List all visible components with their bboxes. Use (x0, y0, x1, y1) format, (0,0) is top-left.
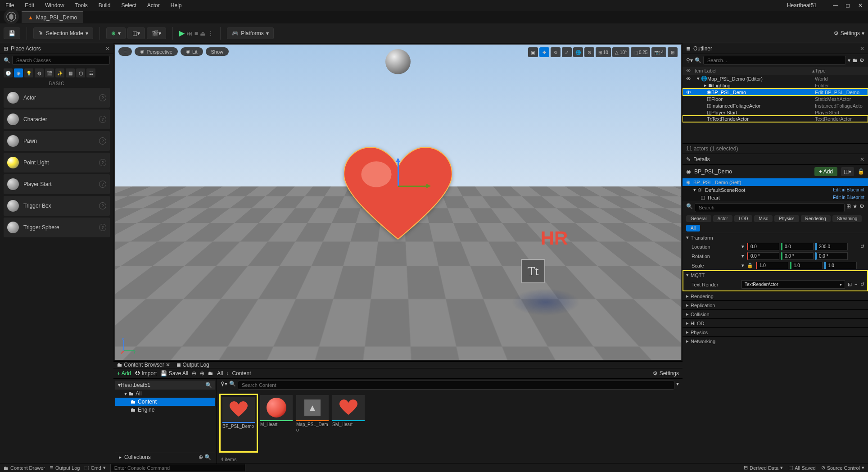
outliner-row-foliage[interactable]: ◫ InstancedFoliageActorInstancedFoliageA… (683, 102, 868, 109)
filter-misc[interactable]: Misc (754, 215, 773, 222)
rendering-section[interactable]: ▸ Rendering (683, 292, 868, 300)
asset-m-heart[interactable]: M_Heart (260, 395, 293, 451)
selection-mode-dropdown[interactable]: 🖰 Selection Mode ▾ (33, 27, 93, 39)
all-saved-button[interactable]: ⬚ All Saved (788, 465, 815, 471)
col-type[interactable]: Type (815, 68, 864, 74)
help-icon[interactable]: ? (99, 224, 106, 231)
content-drawer-button[interactable]: 🖿 Content Drawer (4, 465, 45, 471)
geometry-icon[interactable]: ▦ (66, 68, 75, 77)
volumes-icon[interactable]: ▢ (76, 68, 85, 77)
angle-snap-toggle[interactable]: △ 10° (612, 47, 629, 57)
component-heart[interactable]: ◫ HeartEdit in Blueprint (683, 194, 868, 201)
location-z[interactable] (815, 243, 848, 250)
chevron-down-icon[interactable]: ▾ (741, 244, 744, 250)
filter-general[interactable]: General (686, 215, 711, 222)
recent-icon[interactable]: 🕐 (4, 68, 13, 77)
lock-icon[interactable]: 🔓 (858, 168, 864, 175)
browse-icon[interactable]: ⊡ (848, 281, 852, 287)
console-input[interactable] (110, 464, 245, 472)
reset-icon[interactable]: ↺ (860, 281, 864, 287)
perspective-dropdown[interactable]: ◉Perspective (135, 47, 177, 56)
actor-item-character[interactable]: Character? (4, 109, 110, 129)
lock-icon[interactable]: 🔒 (747, 263, 753, 268)
asset-bp-psl-demo[interactable]: BP_PSL_Demo (221, 395, 257, 451)
grid-snap-toggle[interactable]: ⊞ 10 (596, 47, 611, 57)
networking-section[interactable]: ▸ Networking (683, 337, 868, 345)
asset-sm-heart[interactable]: SM_Heart (332, 395, 365, 451)
place-actors-tab[interactable]: ⊞ Place Actors ✕ (0, 43, 113, 54)
gear-icon[interactable]: ⚙ (859, 57, 864, 64)
derived-data-button[interactable]: ⊟ Derived Data ▾ (744, 465, 783, 471)
outliner-row-floor[interactable]: ◫ FloorStaticMeshActor (683, 95, 868, 102)
menu-file[interactable]: File (4, 1, 16, 9)
close-icon[interactable]: ✕ (860, 156, 864, 163)
actor-item-actor[interactable]: Actor? (4, 88, 110, 108)
basic-icon[interactable]: ◉ (14, 68, 23, 77)
blueprint-icon[interactable]: ◫▾ (841, 167, 854, 176)
cinematic-icon[interactable]: 🎬 (45, 68, 54, 77)
filter-icon[interactable]: ⚲▾ (221, 381, 227, 390)
source-control-button[interactable]: ⊘ Source Control ▾ (821, 465, 864, 471)
help-icon[interactable]: ? (99, 94, 106, 101)
save-button[interactable]: 💾 (4, 27, 20, 39)
add-content-button[interactable]: ⊕▾ (106, 27, 126, 39)
skip-button[interactable]: ⏭ (186, 30, 193, 37)
tree-engine[interactable]: 🖿 Engine (115, 406, 215, 414)
tab-map[interactable]: ▲ Map_PSL_Demo (22, 11, 83, 23)
viewport-layout-icon[interactable]: ⊞ (668, 47, 678, 57)
camera-speed[interactable]: 📷 4 (651, 47, 666, 57)
help-icon[interactable]: ? (99, 181, 106, 188)
edit-blueprint-link[interactable]: Edit in Blueprint (833, 187, 864, 192)
hlod-section[interactable]: ▸ HLOD (683, 319, 868, 327)
maximize-icon[interactable]: ◻ (845, 2, 852, 9)
reset-icon[interactable]: ↺ (860, 244, 864, 250)
chevron-down-icon[interactable]: ▾ (848, 57, 850, 64)
viewport[interactable]: ≡ ◉Perspective ◉Lit Show ▣ ✥ ↻ ⤢ 🌐 ⊙ ⊞ 1… (114, 44, 682, 360)
scale-z[interactable] (824, 262, 857, 269)
filter-lod[interactable]: LOD (734, 215, 753, 222)
hr-text-render[interactable]: HR (541, 227, 568, 249)
pick-icon[interactable]: ⌁ (854, 281, 858, 287)
tree-content[interactable]: 🖿 Content (115, 398, 215, 406)
col-label[interactable]: Item Label (693, 68, 812, 74)
unreal-logo-icon[interactable] (4, 9, 19, 24)
surface-snap-icon[interactable]: ⊙ (584, 47, 594, 57)
menu-edit[interactable]: Edit (23, 1, 36, 9)
rotation-x[interactable] (747, 252, 779, 260)
actor-item-trigger-sphere[interactable]: Trigger Sphere? (4, 218, 110, 237)
play-button[interactable]: ▶ (179, 29, 185, 37)
breadcrumb-content[interactable]: Content (232, 370, 251, 377)
menu-tools[interactable]: Tools (73, 1, 90, 9)
filter-icon[interactable]: ⚲▾ (686, 57, 693, 64)
history-fwd-icon[interactable]: ⊕ (200, 370, 204, 377)
save-all-button[interactable]: 💾 Save All (160, 370, 188, 377)
minimize-icon[interactable]: — (833, 2, 839, 9)
scale-x[interactable] (756, 262, 788, 269)
all-classes-icon[interactable]: ☷ (86, 68, 95, 77)
output-log-tab[interactable]: ≣ Output Log (176, 362, 209, 368)
star-icon[interactable]: ★ (853, 203, 858, 212)
help-icon[interactable]: ? (99, 202, 106, 209)
rotation-y[interactable] (781, 252, 814, 260)
actor-item-point-light[interactable]: Point Light? (4, 153, 110, 172)
close-icon[interactable]: ✕ (105, 45, 110, 52)
details-search[interactable] (695, 203, 845, 212)
select-tool-icon[interactable]: ▣ (528, 47, 538, 57)
help-icon[interactable]: ? (99, 159, 106, 166)
actor-item-pawn[interactable]: Pawn? (4, 131, 110, 151)
output-log-button[interactable]: ≣ Output Log (50, 465, 80, 471)
lights-icon[interactable]: 💡 (24, 68, 33, 77)
menu-actor[interactable]: Actor (145, 1, 162, 9)
tree-root[interactable]: ▾ Heartbeat51🔍 (115, 381, 215, 390)
content-browser-tab[interactable]: 🖿 Content Browser ✕ (117, 362, 170, 368)
chevron-down-icon[interactable]: ▾ (741, 263, 744, 268)
world-local-icon[interactable]: 🌐 (573, 47, 583, 57)
menu-select[interactable]: Select (119, 1, 138, 9)
asset-map-psl-demo[interactable]: ▲ Map_PSL_Demo (296, 395, 329, 451)
sequencer-button[interactable]: 🎬▾ (147, 27, 166, 39)
scale-snap-toggle[interactable]: ⬚ 0.25 (631, 47, 650, 57)
move-tool-icon[interactable]: ✥ (539, 47, 549, 57)
heart-actor[interactable] (344, 146, 452, 245)
menu-help[interactable]: Help (169, 1, 184, 9)
location-x[interactable] (747, 243, 779, 250)
